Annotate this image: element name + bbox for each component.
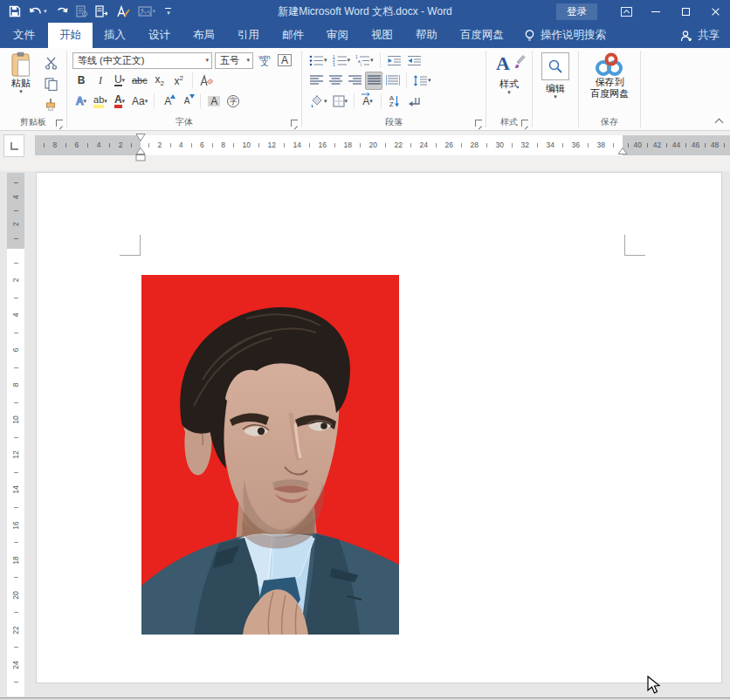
borders-dropdown-icon[interactable]: ▾ [345, 99, 348, 104]
minimize-button[interactable] [641, 0, 671, 23]
copy-button[interactable] [40, 74, 61, 93]
text-highlight-button[interactable]: ab▾ [92, 93, 109, 111]
superscript-button[interactable]: x2 [170, 72, 188, 90]
font-size-combobox[interactable]: 五号 ▾ [215, 52, 253, 69]
share-person-icon [679, 30, 693, 42]
hanging-indent-marker[interactable] [135, 148, 146, 154]
enclose-characters-button[interactable]: 字 [224, 93, 242, 111]
right-indent-marker[interactable] [617, 148, 628, 154]
customize-qat-icon[interactable]: ▾ [165, 8, 171, 16]
show-marks-button[interactable] [405, 93, 423, 111]
underline-dropdown-icon[interactable]: ▾ [122, 78, 126, 83]
change-case-button[interactable]: Aa▾ [130, 93, 149, 111]
close-button[interactable] [700, 0, 730, 23]
asian-layout-button[interactable]: A ▾ [359, 93, 376, 111]
distribute-button[interactable] [384, 72, 402, 90]
shrink-font-button[interactable]: A [178, 93, 196, 111]
maximize-button[interactable] [671, 0, 700, 23]
tab-help[interactable]: 帮助 [404, 23, 449, 48]
character-shading-button[interactable]: A [205, 93, 223, 111]
tab-references[interactable]: 引用 [226, 23, 271, 48]
tab-baidu-netdisk[interactable]: 百度网盘 [449, 23, 515, 48]
line-spacing-dropdown-icon[interactable]: ▾ [428, 78, 431, 83]
redo-icon[interactable] [55, 3, 68, 19]
subscript-button[interactable]: x2 [151, 72, 169, 90]
cut-button[interactable] [40, 53, 61, 72]
shading-dropdown-icon[interactable]: ▾ [324, 99, 327, 104]
multilevel-list-button[interactable]: 1ai ▾ [354, 51, 375, 70]
font-color-button[interactable]: A▾ [111, 93, 128, 111]
styles-dropdown-icon[interactable]: ▾ [507, 90, 511, 95]
vertical-ruler[interactable]: 42 24681012141618202224 [7, 173, 24, 697]
editing-button[interactable]: 编辑 ▾ [541, 52, 570, 100]
align-left-button[interactable] [307, 72, 325, 90]
tab-view[interactable]: 视图 [360, 23, 404, 48]
numbering-dropdown-icon[interactable]: ▾ [348, 58, 351, 63]
tab-layout[interactable]: 布局 [182, 23, 226, 48]
shading-button[interactable]: ▾ [307, 93, 329, 111]
decrease-indent-button[interactable] [385, 51, 403, 70]
font-dialog-launcher[interactable] [291, 120, 298, 127]
underline-button[interactable]: U▾ [111, 72, 128, 90]
collapse-ribbon-icon[interactable] [715, 117, 723, 125]
left-indent-marker[interactable] [135, 154, 146, 161]
share-button[interactable]: 共享 [679, 23, 730, 48]
sort-button[interactable]: AZ [386, 93, 403, 111]
asian-layout-dropdown-icon[interactable]: ▾ [369, 99, 373, 104]
tab-stop-selector[interactable] [3, 134, 24, 157]
styles-dialog-launcher[interactable] [521, 120, 528, 127]
paste-dropdown-icon[interactable]: ▾ [19, 89, 23, 94]
document-tool-icon[interactable] [95, 3, 108, 19]
font-name-dropdown-icon[interactable]: ▾ [205, 58, 209, 63]
document-page[interactable] [37, 173, 721, 683]
numbering-button[interactable]: 123 ▾ [331, 51, 353, 70]
login-button[interactable]: 登录 [556, 3, 597, 20]
bullets-button[interactable]: ▾ [307, 51, 329, 70]
tab-design[interactable]: 设计 [137, 23, 182, 48]
bullets-dropdown-icon[interactable]: ▾ [324, 58, 327, 63]
grow-font-button[interactable]: A [159, 93, 176, 111]
align-right-button[interactable] [346, 72, 363, 90]
tab-insert[interactable]: 插入 [93, 23, 137, 48]
font-size-dropdown-icon[interactable]: ▾ [246, 58, 250, 63]
strikethrough-button[interactable]: abc [130, 72, 149, 90]
format-painter-button[interactable] [40, 95, 61, 114]
align-right-icon [348, 75, 362, 86]
clear-formatting-button[interactable] [197, 72, 216, 90]
document-area[interactable]: 42 24681012141618202224 [0, 171, 730, 697]
borders-button[interactable]: ▾ [331, 93, 350, 111]
text-effects-dropdown-icon[interactable]: ▾ [84, 99, 87, 104]
bold-button[interactable]: B [72, 72, 90, 90]
change-case-dropdown-icon[interactable]: ▾ [145, 99, 148, 104]
styles-button[interactable]: A 样式 ▾ [492, 52, 526, 95]
increase-indent-button[interactable] [405, 51, 424, 70]
tab-file[interactable]: 文件 [0, 23, 48, 48]
format-brush-icon[interactable] [116, 3, 130, 19]
font-color-dropdown-icon[interactable]: ▾ [122, 99, 126, 104]
text-effects-button[interactable]: A▾ [72, 93, 90, 111]
portrait-photo[interactable] [141, 275, 399, 635]
paragraph-dialog-launcher[interactable] [475, 120, 482, 127]
tell-me-search[interactable]: 操作说明搜索 [524, 23, 606, 48]
save-icon[interactable] [9, 3, 21, 19]
first-line-indent-marker[interactable] [135, 134, 146, 141]
character-border-button[interactable]: A [276, 51, 293, 70]
ribbon-display-options-button[interactable] [611, 0, 641, 23]
line-spacing-button[interactable]: ▾ [411, 72, 433, 90]
justify-button[interactable] [365, 72, 382, 90]
italic-button[interactable]: I [92, 72, 109, 90]
editing-dropdown-icon[interactable]: ▾ [554, 94, 557, 100]
paste-button[interactable]: 粘贴 ▾ [6, 51, 36, 118]
save-to-baidu-button[interactable]: 保存到 百度网盘 [583, 52, 636, 100]
multilevel-dropdown-icon[interactable]: ▾ [370, 58, 374, 63]
align-center-button[interactable] [327, 72, 344, 90]
undo-icon[interactable]: ▾ [29, 3, 47, 19]
undo-dropdown-icon[interactable]: ▾ [44, 9, 47, 14]
tab-review[interactable]: 审阅 [315, 23, 360, 48]
tab-home[interactable]: 开始 [48, 23, 93, 48]
phonetic-guide-button[interactable]: wén 文 [256, 51, 273, 70]
highlight-dropdown-icon[interactable]: ▾ [104, 99, 107, 104]
font-name-combobox[interactable]: 等线 (中文正文) ▾ [72, 52, 212, 69]
tab-mailings[interactable]: 邮件 [271, 23, 315, 48]
clipboard-dialog-launcher[interactable] [56, 120, 63, 127]
